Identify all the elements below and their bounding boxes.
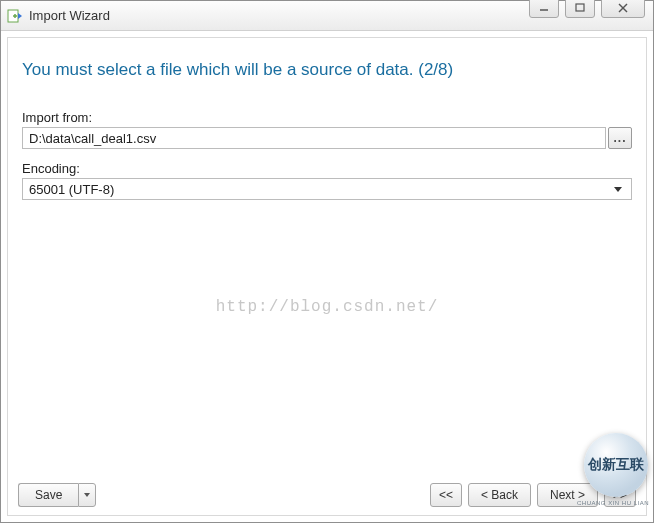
wizard-footer: Save << < Back Next > >> xyxy=(8,477,646,515)
import-from-label: Import from: xyxy=(22,110,632,125)
window-title: Import Wizard xyxy=(29,8,110,23)
encoding-value: 65001 (UTF-8) xyxy=(29,182,114,197)
svg-rect-2 xyxy=(576,4,584,11)
encoding-label: Encoding: xyxy=(22,161,632,176)
chevron-down-icon xyxy=(614,187,622,192)
close-button[interactable] xyxy=(601,0,645,18)
form-area: Import from: ... Encoding: 65001 (UTF-8) xyxy=(8,88,646,212)
import-from-input[interactable] xyxy=(22,127,606,149)
browse-button[interactable]: ... xyxy=(608,127,632,149)
encoding-select[interactable]: 65001 (UTF-8) xyxy=(22,178,632,200)
brand-logo-text: 创新互联 xyxy=(588,456,644,474)
save-dropdown-button[interactable] xyxy=(78,483,96,507)
brand-logo-subtext: CHUANG XIN HU LIAN xyxy=(577,500,649,506)
page-heading: You must select a file which will be a s… xyxy=(8,38,646,88)
maximize-button[interactable] xyxy=(565,0,595,18)
chevron-down-icon xyxy=(84,493,90,497)
app-icon xyxy=(7,8,23,24)
import-wizard-window: Import Wizard You must select a file whi… xyxy=(0,0,654,523)
titlebar: Import Wizard xyxy=(1,1,653,31)
wizard-content: You must select a file which will be a s… xyxy=(7,37,647,516)
back-button[interactable]: < Back xyxy=(468,483,531,507)
brand-logo: 创新互联 xyxy=(584,433,648,497)
save-button[interactable]: Save xyxy=(18,483,78,507)
window-controls xyxy=(529,0,645,18)
minimize-button[interactable] xyxy=(529,0,559,18)
first-page-button[interactable]: << xyxy=(430,483,462,507)
watermark-text: http://blog.csdn.net/ xyxy=(8,298,646,316)
save-split-button: Save xyxy=(18,483,96,507)
